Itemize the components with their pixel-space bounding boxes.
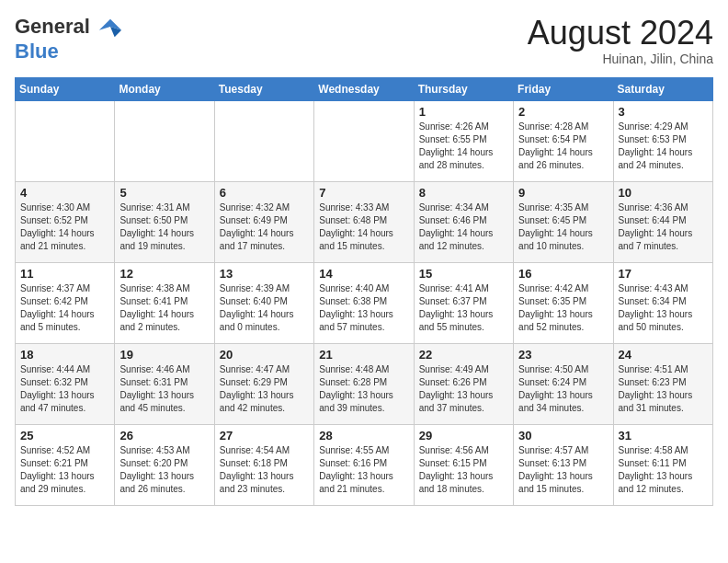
day-info: Sunrise: 4:30 AM Sunset: 6:52 PM Dayligh… xyxy=(20,201,109,253)
day-number: 3 xyxy=(619,105,708,119)
day-info: Sunrise: 4:37 AM Sunset: 6:42 PM Dayligh… xyxy=(20,282,109,334)
day-info: Sunrise: 4:44 AM Sunset: 6:32 PM Dayligh… xyxy=(20,363,109,415)
title-block: August 2024 Huinan, Jilin, China xyxy=(528,15,713,66)
day-number: 6 xyxy=(220,186,309,200)
logo-general: General xyxy=(15,15,90,38)
calendar-cell xyxy=(115,100,214,181)
calendar-table: SundayMondayTuesdayWednesdayThursdayFrid… xyxy=(15,77,713,506)
calendar-cell: 29Sunrise: 4:56 AM Sunset: 6:15 PM Dayli… xyxy=(414,424,513,505)
day-number: 20 xyxy=(220,348,309,362)
calendar-cell: 8Sunrise: 4:34 AM Sunset: 6:46 PM Daylig… xyxy=(414,181,513,262)
day-number: 29 xyxy=(419,429,508,442)
day-info: Sunrise: 4:46 AM Sunset: 6:31 PM Dayligh… xyxy=(119,363,209,415)
calendar-cell: 7Sunrise: 4:33 AM Sunset: 6:48 PM Daylig… xyxy=(314,181,414,262)
calendar-cell: 1Sunrise: 4:26 AM Sunset: 6:55 PM Daylig… xyxy=(414,100,513,181)
day-info: Sunrise: 4:49 AM Sunset: 6:26 PM Dayligh… xyxy=(419,363,508,415)
weekday-header-saturday: Saturday xyxy=(613,77,712,100)
day-info: Sunrise: 4:29 AM Sunset: 6:53 PM Dayligh… xyxy=(619,121,708,172)
day-number: 17 xyxy=(619,267,708,281)
day-number: 5 xyxy=(119,186,209,200)
weekday-header-monday: Monday xyxy=(115,77,214,100)
calendar-cell: 26Sunrise: 4:53 AM Sunset: 6:20 PM Dayli… xyxy=(115,424,214,505)
day-number: 27 xyxy=(220,429,309,442)
logo-blue: Blue xyxy=(15,40,59,63)
day-number: 7 xyxy=(319,186,408,200)
day-number: 14 xyxy=(319,267,408,281)
calendar-cell xyxy=(16,100,115,181)
day-number: 31 xyxy=(619,429,708,442)
day-info: Sunrise: 4:53 AM Sunset: 6:20 PM Dayligh… xyxy=(119,444,209,496)
day-info: Sunrise: 4:34 AM Sunset: 6:46 PM Dayligh… xyxy=(419,201,508,253)
day-info: Sunrise: 4:50 AM Sunset: 6:24 PM Dayligh… xyxy=(518,363,608,415)
week-row-3: 11Sunrise: 4:37 AM Sunset: 6:42 PM Dayli… xyxy=(16,262,713,343)
calendar-cell: 13Sunrise: 4:39 AM Sunset: 6:40 PM Dayli… xyxy=(214,262,313,343)
day-info: Sunrise: 4:33 AM Sunset: 6:48 PM Dayligh… xyxy=(319,201,408,253)
day-info: Sunrise: 4:28 AM Sunset: 6:54 PM Dayligh… xyxy=(518,121,608,172)
calendar-cell: 21Sunrise: 4:48 AM Sunset: 6:28 PM Dayli… xyxy=(314,343,414,424)
day-info: Sunrise: 4:47 AM Sunset: 6:29 PM Dayligh… xyxy=(220,363,309,415)
day-number: 11 xyxy=(20,267,109,281)
weekday-header-thursday: Thursday xyxy=(414,77,513,100)
day-number: 24 xyxy=(619,348,708,362)
day-info: Sunrise: 4:39 AM Sunset: 6:40 PM Dayligh… xyxy=(220,282,309,334)
calendar-cell: 3Sunrise: 4:29 AM Sunset: 6:53 PM Daylig… xyxy=(613,100,712,181)
month-title: August 2024 xyxy=(528,15,713,52)
weekday-header-friday: Friday xyxy=(514,77,613,100)
calendar-cell: 11Sunrise: 4:37 AM Sunset: 6:42 PM Dayli… xyxy=(16,262,115,343)
calendar-cell: 27Sunrise: 4:54 AM Sunset: 6:18 PM Dayli… xyxy=(214,424,313,505)
day-number: 1 xyxy=(419,105,508,119)
calendar-cell: 24Sunrise: 4:51 AM Sunset: 6:23 PM Dayli… xyxy=(613,343,712,424)
day-info: Sunrise: 4:31 AM Sunset: 6:50 PM Dayligh… xyxy=(119,201,209,253)
week-row-5: 25Sunrise: 4:52 AM Sunset: 6:21 PM Dayli… xyxy=(16,424,713,505)
day-number: 18 xyxy=(20,348,109,362)
calendar-cell: 5Sunrise: 4:31 AM Sunset: 6:50 PM Daylig… xyxy=(115,181,214,262)
calendar-cell xyxy=(314,100,414,181)
day-info: Sunrise: 4:41 AM Sunset: 6:37 PM Dayligh… xyxy=(419,282,508,334)
week-row-4: 18Sunrise: 4:44 AM Sunset: 6:32 PM Dayli… xyxy=(16,343,713,424)
day-number: 21 xyxy=(319,348,408,362)
calendar-cell: 16Sunrise: 4:42 AM Sunset: 6:35 PM Dayli… xyxy=(514,262,613,343)
day-info: Sunrise: 4:48 AM Sunset: 6:28 PM Dayligh… xyxy=(319,363,408,415)
day-number: 28 xyxy=(319,429,408,442)
day-number: 4 xyxy=(20,186,109,200)
day-info: Sunrise: 4:43 AM Sunset: 6:34 PM Dayligh… xyxy=(619,282,708,334)
logo: General Blue xyxy=(15,15,123,63)
calendar-cell: 22Sunrise: 4:49 AM Sunset: 6:26 PM Dayli… xyxy=(414,343,513,424)
weekday-header-row: SundayMondayTuesdayWednesdayThursdayFrid… xyxy=(16,77,713,100)
calendar-cell: 15Sunrise: 4:41 AM Sunset: 6:37 PM Dayli… xyxy=(414,262,513,343)
calendar-cell: 14Sunrise: 4:40 AM Sunset: 6:38 PM Dayli… xyxy=(314,262,414,343)
day-info: Sunrise: 4:42 AM Sunset: 6:35 PM Dayligh… xyxy=(518,282,608,334)
day-info: Sunrise: 4:40 AM Sunset: 6:38 PM Dayligh… xyxy=(319,282,408,334)
day-number: 30 xyxy=(518,429,608,442)
page-header: General Blue August 2024 Huinan, Jilin, … xyxy=(15,15,713,66)
day-number: 2 xyxy=(518,105,608,119)
calendar-cell: 28Sunrise: 4:55 AM Sunset: 6:16 PM Dayli… xyxy=(314,424,414,505)
calendar-cell: 6Sunrise: 4:32 AM Sunset: 6:49 PM Daylig… xyxy=(214,181,313,262)
day-info: Sunrise: 4:26 AM Sunset: 6:55 PM Dayligh… xyxy=(419,121,508,172)
calendar-cell: 19Sunrise: 4:46 AM Sunset: 6:31 PM Dayli… xyxy=(115,343,214,424)
weekday-header-tuesday: Tuesday xyxy=(214,77,313,100)
day-number: 26 xyxy=(119,429,209,442)
week-row-2: 4Sunrise: 4:30 AM Sunset: 6:52 PM Daylig… xyxy=(16,181,713,262)
weekday-header-sunday: Sunday xyxy=(16,77,115,100)
logo-bird-icon xyxy=(97,15,123,40)
calendar-cell xyxy=(214,100,313,181)
day-info: Sunrise: 4:32 AM Sunset: 6:49 PM Dayligh… xyxy=(220,201,309,253)
day-number: 12 xyxy=(119,267,209,281)
day-info: Sunrise: 4:36 AM Sunset: 6:44 PM Dayligh… xyxy=(619,201,708,253)
week-row-1: 1Sunrise: 4:26 AM Sunset: 6:55 PM Daylig… xyxy=(16,100,713,181)
calendar-cell: 30Sunrise: 4:57 AM Sunset: 6:13 PM Dayli… xyxy=(514,424,613,505)
calendar-cell: 31Sunrise: 4:58 AM Sunset: 6:11 PM Dayli… xyxy=(613,424,712,505)
day-number: 19 xyxy=(119,348,209,362)
calendar-cell: 20Sunrise: 4:47 AM Sunset: 6:29 PM Dayli… xyxy=(214,343,313,424)
calendar-cell: 9Sunrise: 4:35 AM Sunset: 6:45 PM Daylig… xyxy=(514,181,613,262)
day-info: Sunrise: 4:51 AM Sunset: 6:23 PM Dayligh… xyxy=(619,363,708,415)
day-info: Sunrise: 4:38 AM Sunset: 6:41 PM Dayligh… xyxy=(119,282,209,334)
calendar-cell: 25Sunrise: 4:52 AM Sunset: 6:21 PM Dayli… xyxy=(16,424,115,505)
calendar-cell: 10Sunrise: 4:36 AM Sunset: 6:44 PM Dayli… xyxy=(613,181,712,262)
calendar-cell: 12Sunrise: 4:38 AM Sunset: 6:41 PM Dayli… xyxy=(115,262,214,343)
calendar-cell: 4Sunrise: 4:30 AM Sunset: 6:52 PM Daylig… xyxy=(16,181,115,262)
day-info: Sunrise: 4:35 AM Sunset: 6:45 PM Dayligh… xyxy=(518,201,608,253)
day-info: Sunrise: 4:56 AM Sunset: 6:15 PM Dayligh… xyxy=(419,444,508,496)
weekday-header-wednesday: Wednesday xyxy=(314,77,414,100)
